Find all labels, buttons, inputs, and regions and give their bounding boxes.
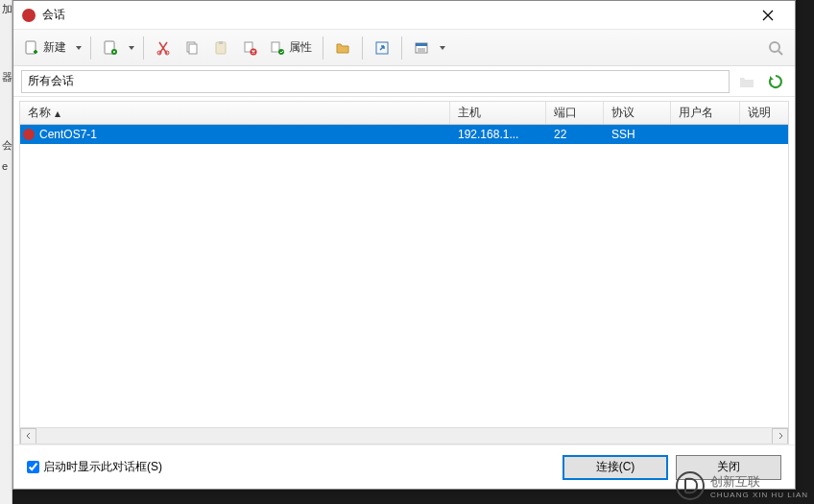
svg-point-13 — [278, 49, 284, 55]
scroll-left-icon[interactable] — [20, 428, 36, 444]
path-bar — [13, 66, 795, 97]
watermark-icon — [676, 471, 705, 500]
show-on-start-checkbox[interactable]: 启动时显示此对话框(S) — [27, 459, 162, 475]
watermark: 创新互联 CHUANG XIN HU LIAN — [676, 471, 808, 500]
separator — [401, 36, 402, 60]
column-protocol[interactable]: 协议 — [604, 102, 671, 124]
column-port[interactable]: 端口 — [546, 102, 604, 124]
column-headers: 名称▴ 主机 端口 协议 用户名 说明 — [20, 102, 788, 125]
column-host[interactable]: 主机 — [450, 102, 546, 124]
properties-button[interactable]: 属性 — [265, 35, 317, 61]
path-input[interactable] — [21, 70, 730, 93]
svg-rect-9 — [219, 41, 223, 44]
separator — [143, 36, 144, 60]
column-desc[interactable]: 说明 — [740, 102, 788, 124]
scroll-track[interactable] — [36, 429, 772, 444]
view-mode-button[interactable] — [408, 35, 435, 61]
sort-asc-icon: ▴ — [55, 107, 60, 120]
svg-rect-7 — [189, 44, 197, 54]
connect-button[interactable]: 连接(C) — [563, 455, 668, 480]
titlebar: 会话 — [13, 1, 795, 30]
show-on-start-input[interactable] — [27, 461, 39, 473]
separator — [90, 36, 91, 60]
column-user[interactable]: 用户名 — [671, 102, 740, 124]
horizontal-scrollbar[interactable] — [20, 427, 788, 444]
session-list: 名称▴ 主机 端口 协议 用户名 说明 CentOS7-1 192.168.1.… — [19, 101, 789, 444]
session-rows: CentOS7-1 192.168.1... 22 SSH — [20, 125, 788, 427]
close-button[interactable] — [749, 2, 787, 29]
refresh-icon[interactable] — [764, 70, 787, 93]
copy-button[interactable] — [179, 35, 205, 61]
shortcut-button[interactable] — [369, 35, 395, 61]
search-icon[interactable] — [762, 35, 789, 61]
column-name[interactable]: 名称▴ — [20, 102, 450, 124]
svg-rect-16 — [416, 43, 427, 46]
view-mode-dropdown[interactable] — [437, 35, 448, 61]
window-title: 会话 — [42, 7, 749, 23]
svg-point-18 — [23, 129, 35, 140]
scroll-right-icon[interactable] — [772, 428, 788, 444]
folder-up-icon[interactable] — [735, 70, 758, 93]
svg-point-19 — [677, 472, 704, 499]
background-app-strip: 加 器 会 e — [0, 0, 12, 504]
svg-point-0 — [22, 9, 36, 22]
delete-button[interactable] — [236, 35, 263, 61]
new-folder-button[interactable] — [97, 35, 124, 61]
svg-rect-12 — [272, 42, 279, 52]
session-icon — [22, 128, 36, 141]
new-folder-dropdown[interactable] — [126, 35, 137, 61]
session-row[interactable]: CentOS7-1 192.168.1... 22 SSH — [20, 125, 788, 144]
separator — [362, 36, 363, 60]
paste-button[interactable] — [207, 35, 234, 61]
separator — [323, 36, 323, 60]
new-session-dropdown[interactable] — [73, 35, 84, 61]
app-icon — [21, 8, 36, 23]
toolbar: 新建 属性 — [13, 30, 795, 66]
sessions-dialog: 会话 新建 属性 — [12, 0, 796, 490]
cut-button[interactable] — [150, 35, 177, 61]
new-session-button[interactable]: 新建 — [19, 35, 71, 61]
open-folder-button[interactable] — [329, 35, 356, 61]
svg-point-17 — [770, 42, 779, 52]
